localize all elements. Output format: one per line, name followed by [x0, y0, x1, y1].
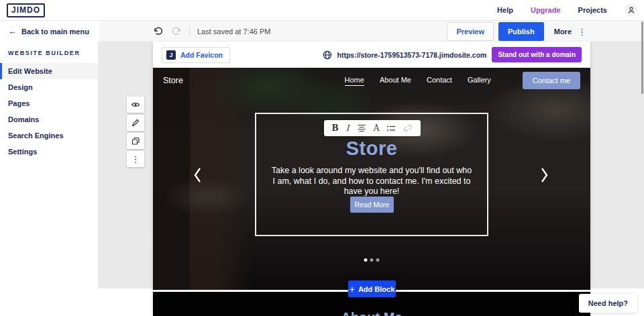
carousel-dots [364, 258, 380, 262]
site-url[interactable]: https://store-1759513573-7178.jimdosite.… [337, 51, 487, 59]
help-link[interactable]: Help [497, 6, 513, 14]
upgrade-link[interactable]: Upgrade [531, 6, 561, 14]
carousel-prev-button[interactable] [193, 167, 202, 185]
back-to-main-menu-button[interactable]: ← Back to main menu [0, 21, 99, 42]
last-saved-label: Last saved at 7:46 PM [197, 28, 270, 36]
toolbar-divider [189, 26, 190, 37]
site-meta-bar: J Add Favicon https://store-1759513573-7… [153, 42, 590, 68]
link-icon [403, 124, 413, 132]
text-format-toolbar: B I A [324, 120, 421, 136]
carousel-dot[interactable] [376, 258, 380, 262]
hero-section: Store Home About Me Contact Gallery Cont… [153, 68, 590, 290]
hero-paragraph[interactable]: Take a look around my website and you'll… [271, 166, 472, 197]
carousel-next-button[interactable] [540, 167, 549, 185]
jimdo-editor: JIMDO Help Upgrade Projects ← Back to ma… [0, 0, 644, 316]
site-logo-text[interactable]: Store [163, 76, 183, 85]
paint-brush-icon [131, 118, 140, 127]
font-style-button[interactable]: A [374, 124, 380, 132]
builder-sidebar: WEBSITE BUILDER Edit Website Design Page… [0, 42, 98, 316]
carousel-dot[interactable] [370, 258, 374, 262]
sidebar-item-pages[interactable]: Pages [0, 95, 98, 111]
chevron-left-icon [193, 167, 202, 183]
back-label: Back to main menu [21, 28, 89, 36]
duplicate-icon [131, 137, 140, 146]
list-icon [386, 125, 396, 132]
sidebar-item-search-engines[interactable]: Search Engines [0, 127, 98, 144]
undo-button[interactable] [153, 26, 164, 37]
redo-button[interactable] [171, 26, 182, 37]
chevron-right-icon [540, 167, 549, 183]
read-more-button[interactable]: Read More [350, 197, 394, 213]
sidebar-item-design[interactable]: Design [0, 79, 98, 95]
add-block-label: Add Block [358, 285, 394, 293]
domain-upsell-button[interactable]: Stand out with a domain [492, 47, 582, 62]
undo-icon [153, 26, 164, 37]
align-center-icon [357, 124, 366, 132]
next-section-title: About Me [153, 310, 590, 316]
kebab-menu-icon: ⋮ [131, 155, 140, 164]
link-button[interactable] [403, 124, 413, 132]
editor-toolbar: ← Back to main menu Last saved at 7:46 P… [0, 21, 644, 42]
need-help-button[interactable]: Need help? [579, 294, 637, 313]
back-arrow-icon: ← [8, 26, 17, 36]
nav-item-contact[interactable]: Contact [427, 76, 452, 85]
block-more-button[interactable]: ⋮ [127, 151, 144, 167]
hero-title[interactable]: Store [153, 138, 590, 160]
favicon-placeholder-icon: J [166, 50, 176, 60]
page-scrollbar[interactable] [641, 21, 643, 94]
duplicate-block-button[interactable] [127, 133, 144, 149]
more-button[interactable]: More [554, 28, 572, 36]
kebab-menu-icon[interactable]: ⋮ [578, 28, 586, 36]
carousel-dot[interactable] [364, 258, 368, 262]
site-canvas: J Add Favicon https://store-1759513573-7… [153, 42, 590, 316]
site-navigation: Store Home About Me Contact Gallery Cont… [153, 68, 590, 93]
add-block-button[interactable]: + Add Block [348, 280, 396, 297]
add-favicon-label: Add Favicon [180, 51, 223, 59]
top-bar: JIMDO Help Upgrade Projects [0, 0, 644, 21]
bold-button[interactable]: B [332, 124, 339, 132]
user-avatar[interactable] [625, 4, 637, 17]
jimdo-logo[interactable]: JIMDO [7, 3, 45, 17]
person-icon [627, 6, 635, 14]
sidebar-item-settings[interactable]: Settings [0, 144, 98, 160]
sidebar-item-domains[interactable]: Domains [0, 111, 98, 127]
contact-me-button[interactable]: Contact me [523, 72, 580, 89]
hide-block-button[interactable] [127, 97, 144, 113]
redo-icon [171, 26, 182, 37]
align-button[interactable] [357, 124, 366, 132]
style-block-button[interactable] [127, 115, 144, 131]
plus-icon: + [350, 284, 355, 294]
publish-button[interactable]: Publish [498, 22, 544, 41]
block-tools: ⋮ [127, 97, 144, 169]
projects-link[interactable]: Projects [578, 6, 607, 14]
globe-icon [323, 50, 332, 60]
list-button[interactable] [386, 125, 396, 132]
sidebar-title: WEBSITE BUILDER [0, 42, 98, 63]
nav-item-about-me[interactable]: About Me [380, 76, 411, 85]
add-favicon-button[interactable]: J Add Favicon [162, 47, 230, 63]
nav-item-home[interactable]: Home [345, 76, 364, 86]
eye-icon [131, 101, 140, 109]
italic-button[interactable]: I [346, 124, 350, 132]
sidebar-item-edit-website[interactable]: Edit Website [0, 63, 98, 79]
preview-button[interactable]: Preview [447, 22, 494, 41]
nav-item-gallery[interactable]: Gallery [468, 76, 491, 85]
